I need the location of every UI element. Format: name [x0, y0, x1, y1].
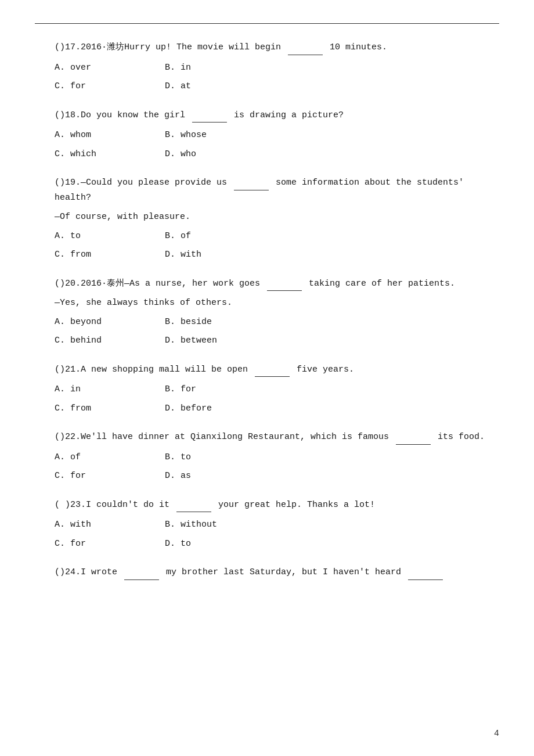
q20-body: —As a nurse, her work goes taking care o…	[124, 279, 455, 289]
q21-text: ()21.A new shopping mall will be open fi…	[41, 362, 493, 377]
question-23: ( )23.I couldn't do it your great help. …	[41, 498, 493, 553]
q24-body: I wrote my brother last Saturday, but I …	[81, 567, 445, 577]
q21-options-row1: A. in B. for	[41, 381, 493, 398]
q22-optD: D. as	[165, 468, 258, 485]
q17-body: Hurry up! The movie will begin 10 minute…	[124, 42, 387, 52]
q21-optA: A. in	[55, 381, 147, 398]
q18-options-row2: C. which D. who	[41, 146, 493, 163]
question-17: ()17.2016·潍坊Hurry up! The movie will beg…	[41, 40, 493, 95]
q23-options-row2: C. for D. to	[41, 536, 493, 553]
q17-optB: B. in	[165, 60, 258, 77]
q19-text: ()19.—Could you please provide us some i…	[41, 175, 493, 205]
q23-optA: A. with	[55, 517, 147, 534]
q24-blank2	[408, 571, 443, 580]
q20-text: ()20.2016·泰州—As a nurse, her work goes t…	[41, 276, 493, 291]
q23-options-row1: A. with B. without	[41, 517, 493, 534]
q22-blank	[396, 435, 431, 445]
q20-options-row2: C. behind D. between	[41, 333, 493, 350]
q18-optC: C. which	[55, 146, 147, 163]
q21-number: ()21.	[55, 365, 81, 375]
q22-optA: A. of	[55, 449, 147, 466]
q23-text: ( )23.I couldn't do it your great help. …	[41, 498, 493, 513]
q18-number: ()18.	[55, 110, 81, 120]
question-22: ()22.We'll have dinner at Qianxilong Res…	[41, 430, 493, 485]
q22-options-row2: C. for D. as	[41, 468, 493, 485]
q21-optB: B. for	[165, 381, 258, 398]
q18-options-row1: A. whom B. whose	[41, 127, 493, 144]
question-18: ()18.Do you know the girl is drawing a p…	[41, 108, 493, 163]
q19-optD: D. with	[165, 247, 258, 264]
q20-dialogue: —Yes, she always thinks of others.	[41, 296, 493, 311]
q20-number: ()20.	[55, 279, 81, 289]
q18-body: Do you know the girl is drawing a pictur…	[81, 110, 344, 120]
q22-text: ()22.We'll have dinner at Qianxilong Res…	[41, 430, 493, 445]
q19-options-row2: C. from D. with	[41, 247, 493, 264]
top-divider	[35, 23, 499, 24]
q21-blank	[255, 368, 290, 377]
q19-body: —Could you please provide us some inform…	[55, 178, 464, 203]
q18-optD: D. who	[165, 146, 258, 163]
q19-optA: A. to	[55, 228, 147, 245]
q20-optB: B. beside	[165, 314, 258, 331]
q20-source: 2016·泰州	[81, 279, 124, 289]
q19-options-row1: A. to B. of	[41, 228, 493, 245]
q19-optB: B. of	[165, 228, 258, 245]
q22-body: We'll have dinner at Qianxilong Restaura…	[81, 432, 485, 442]
q20-optC: C. behind	[55, 333, 147, 350]
q23-body: I couldn't do it your great help. Thanks…	[86, 500, 375, 510]
page-number: 4	[494, 729, 499, 739]
question-20: ()20.2016·泰州—As a nurse, her work goes t…	[41, 276, 493, 350]
q23-number: ( )23.	[55, 500, 86, 510]
q19-dialogue: —Of course, with pleasure.	[41, 210, 493, 225]
q17-optA: A. over	[55, 60, 147, 77]
q19-optC: C. from	[55, 247, 147, 264]
question-24: ()24.I wrote my brother last Saturday, b…	[41, 565, 493, 580]
q17-number: ()17.	[55, 42, 81, 52]
q17-options-row2: C. for D. at	[41, 78, 493, 95]
q20-optD: D. between	[165, 333, 258, 350]
question-21: ()21.A new shopping mall will be open fi…	[41, 362, 493, 417]
q17-blank	[288, 46, 323, 55]
q24-number: ()24.	[55, 567, 81, 577]
q22-options-row1: A. of B. to	[41, 449, 493, 466]
q23-optC: C. for	[55, 536, 147, 553]
q17-text: ()17.2016·潍坊Hurry up! The movie will beg…	[41, 40, 493, 55]
question-19: ()19.—Could you please provide us some i…	[41, 175, 493, 264]
q21-body: A new shopping mall will be open five ye…	[81, 365, 354, 375]
page-container: ()17.2016·潍坊Hurry up! The movie will beg…	[0, 0, 534, 756]
q17-options-row1: A. over B. in	[41, 60, 493, 77]
q23-optB: B. without	[165, 517, 258, 534]
q19-number: ()19.	[55, 178, 81, 188]
q20-options-row1: A. beyond B. beside	[41, 314, 493, 331]
q20-blank	[267, 282, 302, 291]
q18-optA: A. whom	[55, 127, 147, 144]
q22-optB: B. to	[165, 449, 258, 466]
q21-optC: C. from	[55, 401, 147, 417]
q23-blank	[176, 503, 211, 512]
q21-options-row2: C. from D. before	[41, 401, 493, 417]
q23-optD: D. to	[165, 536, 258, 553]
q24-text: ()24.I wrote my brother last Saturday, b…	[41, 565, 493, 580]
q20-optA: A. beyond	[55, 314, 147, 331]
q18-text: ()18.Do you know the girl is drawing a p…	[41, 108, 493, 123]
q21-optD: D. before	[165, 401, 258, 417]
q17-optC: C. for	[55, 78, 147, 95]
q18-blank	[192, 113, 227, 123]
q24-blank1	[124, 571, 159, 580]
q18-optB: B. whose	[165, 127, 258, 144]
q19-blank	[234, 181, 269, 190]
q17-optD: D. at	[165, 78, 258, 95]
q22-number: ()22.	[55, 432, 81, 442]
q17-source: 2016·潍坊	[81, 42, 124, 52]
q22-optC: C. for	[55, 468, 147, 485]
